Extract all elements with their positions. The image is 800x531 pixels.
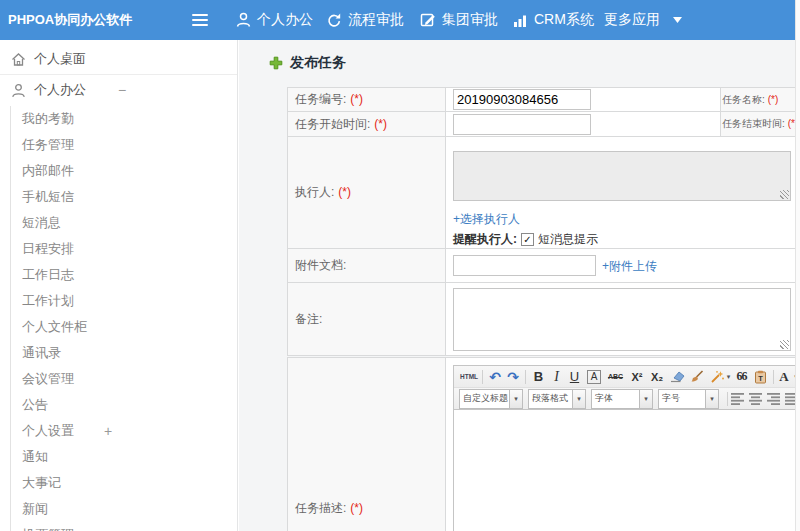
sidebar-submenu: 我的考勤 任务管理 内部邮件 手机短信 短消息 日程安排 工作日志 工作计划 个… [0, 106, 237, 531]
font-family-dropdown[interactable]: 字体▾ [591, 389, 653, 409]
expand-icon[interactable]: + [104, 418, 112, 444]
resize-grip-icon[interactable] [780, 190, 789, 199]
sidebar-item-personal-settings[interactable]: 个人设置+ [0, 418, 237, 444]
paste-icon[interactable]: T [750, 368, 770, 386]
required-mark: (*) [788, 118, 795, 129]
sidebar-item-work-log[interactable]: 工作日志 [0, 262, 237, 288]
html-source-button[interactable]: HTML [459, 368, 479, 386]
page-scrollbar[interactable] [795, 0, 800, 531]
superscript-button[interactable]: X² [627, 368, 647, 386]
paragraph-format-dropdown[interactable]: 段落格式▾ [528, 389, 586, 409]
attachment-cell: +附件上传 [446, 249, 796, 283]
align-center-icon[interactable] [749, 393, 763, 405]
note-textarea[interactable] [453, 288, 791, 351]
executor-cell: +选择执行人 提醒执行人: ✓ 短消息提示 [446, 137, 796, 249]
process-icon [326, 12, 342, 28]
task-form-table: 任务编号:(*) 任务名称:(*) 任务开始时间:(*) 任务结束时间:(*) … [287, 87, 795, 356]
choose-executor-link[interactable]: +选择执行人 [453, 211, 795, 228]
nav-group-label: 集团审批 [442, 11, 498, 29]
nav-crm-label: CRM系统 [534, 11, 594, 29]
redo-button[interactable]: ↷ [504, 368, 522, 386]
sidebar-item-task-management[interactable]: 任务管理 [0, 132, 237, 158]
end-time-label: 任务结束时间:(*) [721, 112, 796, 137]
bold-button[interactable]: B [529, 368, 548, 386]
required-mark: (*) [374, 117, 387, 131]
main-content: 发布任务 任务编号:(*) 任务名称:(*) 任务开始时间:(*) 任务结束时间… [239, 40, 795, 531]
hamburger-menu-icon[interactable] [192, 14, 208, 29]
custom-title-dropdown[interactable]: 自定义标题▾ [459, 389, 523, 409]
sidebar-item-attendance[interactable]: 我的考勤 [0, 106, 237, 132]
sidebar-item-schedule[interactable]: 日程安排 [0, 236, 237, 262]
dropdown-caret-icon[interactable]: ▾ [509, 390, 522, 408]
sidebar-item-personal-office[interactable]: 个人办公 − [0, 77, 237, 103]
sidebar-item-mobile-sms[interactable]: 手机短信 [0, 184, 237, 210]
sms-checkbox[interactable]: ✓ [521, 233, 534, 246]
app-logo: PHPOA协同办公软件 [8, 0, 132, 40]
sidebar-desktop-label: 个人桌面 [34, 50, 86, 68]
svg-text:T: T [758, 374, 763, 383]
sidebar-item-notice[interactable]: 通知 [0, 444, 237, 470]
attachment-input[interactable] [453, 255, 596, 276]
sidebar-item-vote[interactable]: 投票管理 [0, 522, 237, 531]
sms-label: 短消息提示 [538, 231, 598, 248]
rich-text-editor: HTML ↶ ↷ B I U A ABC X² X₂ [453, 365, 795, 531]
subscript-button[interactable]: X₂ [647, 368, 667, 386]
magic-wand-icon[interactable]: ▾ [707, 368, 733, 386]
sidebar-item-announcement[interactable]: 公告 [0, 392, 237, 418]
sidebar-item-short-message[interactable]: 短消息 [0, 210, 237, 236]
sidebar-item-contacts[interactable]: 通讯录 [0, 340, 237, 366]
task-no-label: 任务编号:(*) [288, 88, 446, 112]
sidebar-item-internal-mail[interactable]: 内部邮件 [0, 158, 237, 184]
description-label: 任务描述:(*) [288, 358, 446, 531]
nav-flow-approval[interactable]: 流程审批 [326, 0, 404, 40]
dropdown-caret-icon[interactable]: ▾ [572, 390, 585, 408]
dropdown-caret-icon[interactable]: ▾ [705, 390, 718, 408]
editor-content-area[interactable] [454, 410, 795, 531]
sidebar-item-meeting[interactable]: 会议管理 [0, 366, 237, 392]
underline-button[interactable]: U [565, 368, 584, 386]
align-justify-icon[interactable] [785, 393, 795, 405]
user-icon [236, 12, 251, 28]
task-no-input[interactable] [453, 89, 591, 110]
page-title: 发布任务 [290, 54, 346, 72]
required-mark: (*) [338, 185, 351, 199]
nav-more-apps[interactable]: 更多应用 [604, 0, 682, 40]
sidebar-item-personal-desktop[interactable]: 个人桌面 [0, 46, 237, 72]
sidebar-item-file-cabinet[interactable]: 个人文件柜 [0, 314, 237, 340]
start-time-input[interactable] [453, 114, 591, 135]
format-brush-icon[interactable] [687, 368, 707, 386]
sidebar-divider [0, 74, 237, 75]
nav-crm-system[interactable]: CRM系统 [513, 0, 594, 40]
eraser-icon[interactable] [667, 368, 687, 386]
font-button[interactable]: A [584, 368, 604, 386]
nav-personal-office[interactable]: 个人办公 [236, 0, 313, 40]
sidebar-item-news[interactable]: 新闻 [0, 496, 237, 522]
task-name-label: 任务名称:(*) [721, 88, 796, 112]
nav-group-approval[interactable]: 集团审批 [420, 0, 498, 40]
collapse-icon[interactable]: − [118, 82, 126, 98]
resize-grip-icon[interactable] [780, 340, 789, 349]
executor-label: 执行人:(*) [288, 137, 446, 249]
align-right-icon[interactable] [767, 393, 781, 405]
font-size-dropdown[interactable]: 字号▾ [658, 389, 719, 409]
description-cell: HTML ↶ ↷ B I U A ABC X² X₂ [446, 358, 796, 531]
strikethrough-button[interactable]: ABC [604, 368, 627, 386]
undo-button[interactable]: ↶ [486, 368, 504, 386]
user-icon [11, 83, 26, 98]
align-left-icon[interactable] [731, 393, 745, 405]
toolbar-separator [525, 370, 526, 384]
start-time-label: 任务开始时间:(*) [288, 112, 446, 137]
dropdown-caret-icon[interactable]: ▾ [639, 390, 652, 408]
executor-textarea[interactable] [453, 151, 791, 201]
text-color-button[interactable]: A [777, 368, 791, 386]
nav-more-label: 更多应用 [604, 11, 660, 29]
page-heading: 发布任务 [269, 54, 346, 72]
blockquote-button[interactable]: 66 [733, 368, 750, 386]
description-table: 任务描述:(*) HTML ↶ ↷ B I U A [287, 357, 795, 531]
sidebar-item-events[interactable]: 大事记 [0, 470, 237, 496]
italic-button[interactable]: I [548, 368, 565, 386]
upload-link[interactable]: +附件上传 [602, 259, 657, 273]
sidebar-office-label: 个人办公 [34, 81, 86, 99]
note-cell [446, 283, 796, 356]
sidebar-item-work-plan[interactable]: 工作计划 [0, 288, 237, 314]
